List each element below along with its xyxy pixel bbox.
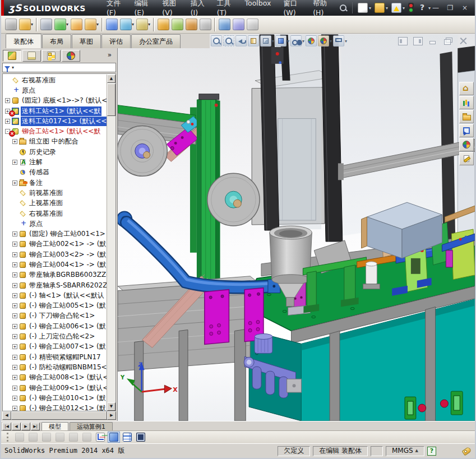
expand-toggle[interactable]: + <box>12 406 17 411</box>
section-tool-icon[interactable] <box>218 17 232 31</box>
graph-results-icon[interactable] <box>94 432 107 443</box>
tree-item[interactable]: 前视基准面 <box>3 188 107 198</box>
chevron-up-icon[interactable]: ▲ <box>415 447 418 455</box>
expand-toggle[interactable]: + <box>12 344 17 349</box>
expand-toggle[interactable]: + <box>12 242 17 247</box>
command-tab[interactable]: 布局 <box>42 34 71 48</box>
model-mode-icon[interactable] <box>108 432 120 443</box>
expand-toggle[interactable]: + <box>5 98 10 103</box>
chevron-down-icon[interactable]: ▾ <box>330 39 332 44</box>
close-button[interactable]: × <box>460 4 469 12</box>
tree-item[interactable]: + 备注 <box>3 178 107 188</box>
expand-toggle[interactable]: + <box>12 262 17 267</box>
expand-toggle[interactable]: + <box>12 283 17 288</box>
tree-item[interactable]: + 铆合工站008<1> (默认< <box>3 373 107 383</box>
tree-item[interactable]: + 送料工站017<1> (默认<<默 <box>3 116 107 126</box>
tab-nav-button[interactable]: |◀ <box>2 423 11 430</box>
tree-vertical-scrollbar[interactable]: ▲ ▼ <box>107 75 115 411</box>
zoom-fit-icon[interactable] <box>211 35 222 47</box>
assembly-features-icon[interactable]: ▾ <box>135 17 151 31</box>
component-preview-icon[interactable] <box>170 17 184 31</box>
study-tab[interactable]: 模型 <box>41 422 68 430</box>
zoom-area-icon[interactable] <box>223 35 234 47</box>
taskpane-view-palette-icon[interactable] <box>459 124 474 137</box>
tree-item[interactable]: + (-) 下刀铆合凸轮<1> <box>3 311 107 321</box>
expand-toggle[interactable]: + <box>12 386 17 391</box>
chevron-down-icon[interactable]: ▾ <box>345 39 347 44</box>
tree-item[interactable]: + (-) 铆合工站012<1> (默 <box>3 404 107 411</box>
chevron-down-icon[interactable]: ▾ <box>272 39 274 44</box>
chevron-down-icon[interactable]: ▾ <box>66 22 68 27</box>
assembly-motion-icon[interactable] <box>13 432 26 443</box>
expand-toggle[interactable]: + <box>12 324 17 329</box>
smart-fasteners-icon[interactable] <box>105 17 119 31</box>
study-tab[interactable]: 运动算例1 <box>70 422 113 430</box>
tree-item[interactable]: + 组立图 中的配合 <box>3 137 107 147</box>
edit-appearance-icon[interactable] <box>306 35 317 47</box>
chevron-down-icon[interactable]: ▾ <box>96 22 99 27</box>
expand-toggle[interactable]: + <box>12 272 17 277</box>
last-view-icon[interactable] <box>235 35 247 47</box>
tree-item[interactable]: + 带座轴承S-SBARR6202ZZ <box>3 280 107 290</box>
expand-toggle[interactable]: + <box>12 252 17 257</box>
tree-item[interactable]: + 铆合工站004<1> -> (默 <box>3 259 107 270</box>
chevron-down-icon[interactable]: ▾ <box>132 22 134 27</box>
display-style-icon[interactable]: ▾ <box>275 35 289 47</box>
table-view-icon[interactable] <box>121 432 133 443</box>
chevron-down-icon[interactable]: ▾ <box>369 6 371 11</box>
command-tab[interactable]: 草图 <box>72 34 101 48</box>
new-document-button[interactable]: ▾ <box>357 2 372 13</box>
tab-propertymanager[interactable] <box>22 50 41 62</box>
tab-featuremanager[interactable] <box>3 50 21 62</box>
expand-toggle[interactable]: + <box>12 334 17 339</box>
exploded-view-icon[interactable] <box>198 17 212 31</box>
move-component-icon[interactable]: ▾ <box>119 17 135 31</box>
tree-item[interactable]: + 注解 <box>3 157 107 167</box>
chevron-down-icon[interactable]: ▾ <box>403 6 405 11</box>
mate-icon[interactable] <box>70 17 84 31</box>
tree-item[interactable]: 历史记录 <box>3 147 107 157</box>
open-assembly-icon[interactable]: ▾ <box>18 17 34 31</box>
scroll-thumb[interactable] <box>11 411 107 420</box>
doc-close-button[interactable] <box>459 37 468 45</box>
graphics-viewport[interactable]: Z X Y <box>117 34 475 421</box>
tab-nav-button[interactable]: ▶| <box>31 423 40 430</box>
command-tab[interactable]: 装配体 <box>6 34 41 48</box>
tree-item[interactable]: + (-) 上刀定位凸轮<2> <box>3 331 107 341</box>
simulation-icon[interactable] <box>232 17 246 31</box>
expand-toggle[interactable]: + <box>12 293 17 298</box>
tree-item[interactable]: 右视基准面 <box>3 75 107 85</box>
expand-toggle[interactable]: + <box>12 313 17 318</box>
view-orientation-icon[interactable]: ▾ <box>260 35 274 47</box>
tree-item[interactable]: + (固定) 铆合工站001<1> <box>3 229 107 239</box>
chevron-down-icon[interactable]: ▾ <box>428 6 431 11</box>
chevron-down-icon[interactable]: ▾ <box>148 22 150 27</box>
taskpane-home-icon[interactable] <box>459 82 474 95</box>
command-tab[interactable]: 评估 <box>101 34 131 48</box>
chevron-down-icon[interactable]: ▾ <box>287 39 289 44</box>
tree-item[interactable]: + (固定) 底板<1>->? (默认< <box>3 96 107 106</box>
tab-configurationmanager[interactable] <box>42 50 61 62</box>
solidworks-rx-button[interactable]: ▾ <box>391 2 405 13</box>
tree-item[interactable]: + 送料工站<1> (默认<<默 <box>3 106 107 116</box>
taskpane-design-library-icon[interactable] <box>459 96 474 109</box>
tree-item[interactable]: + (-) 铆合工站006<1> (默 <box>3 321 107 331</box>
maximize-button[interactable]: ❐ <box>446 4 455 12</box>
scroll-right-button[interactable]: ▶ <box>107 411 116 420</box>
apply-scene-icon[interactable]: ▾ <box>318 35 332 47</box>
doc-restore-button[interactable] <box>443 37 453 45</box>
large-assembly-icon[interactable] <box>184 17 198 31</box>
help-status-button[interactable]: ? <box>427 447 436 456</box>
expand-toggle[interactable]: + <box>12 365 17 370</box>
expand-toggle[interactable]: + <box>12 160 17 165</box>
image-frame-icon[interactable] <box>246 17 260 31</box>
tab-displaymanager[interactable] <box>62 50 80 62</box>
hide-show-items-icon[interactable]: ▾ <box>290 35 304 47</box>
help-button[interactable]: ▾ <box>417 2 431 13</box>
tree-item[interactable]: + (-) 精密锁紧螺帽PLN17 <box>3 352 107 362</box>
scroll-up-button[interactable]: ▲ <box>107 75 115 83</box>
chevron-down-icon[interactable]: ▾ <box>12 65 14 70</box>
window-prev-button[interactable] <box>398 37 408 45</box>
expand-toggle[interactable]: + <box>12 180 17 186</box>
open-document-button[interactable]: ▾ <box>374 2 389 13</box>
